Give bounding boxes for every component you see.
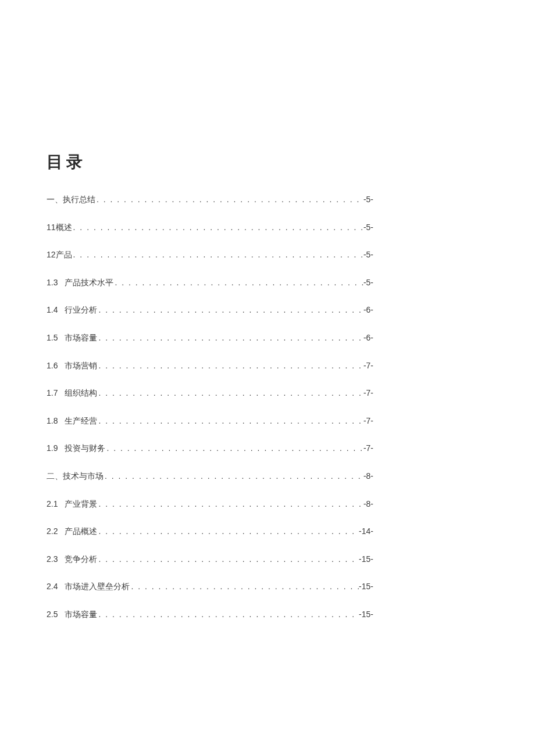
toc-entry-number: 1.8 (47, 415, 65, 427)
toc-entry: 1.4 行业分析 -6- (47, 304, 373, 316)
toc-entry-page: -5- (363, 249, 373, 261)
toc-entry-number: 2.1 (47, 499, 65, 510)
toc-entry-number: 二、 (47, 471, 63, 482)
toc-entry: 1.6 市场营销 -7- (47, 360, 373, 372)
toc-entry-number: 2.4 (47, 581, 65, 593)
toc-entry-number: 1.6 (47, 360, 65, 372)
toc-entry-page: -5- (363, 277, 373, 289)
toc-leader-dots (113, 277, 363, 289)
toc-entry: 2.1 产业背景 -8- (47, 499, 373, 510)
toc-entry-page: -5- (363, 222, 373, 234)
toc-leader-dots (72, 222, 363, 234)
toc-entry-number: 1.3 (47, 277, 65, 289)
toc-entry-page: -5- (363, 194, 373, 206)
toc-entry-page: -7- (363, 443, 373, 454)
toc-leader-dots (105, 443, 363, 454)
toc-entry-page: -6- (363, 332, 373, 344)
toc-entry-number: 11 (47, 222, 56, 234)
toc-entry-page: -8- (363, 499, 373, 510)
toc-leader-dots (97, 304, 363, 316)
toc-entry-label: 产品技术水平 (65, 277, 113, 289)
toc-entry-page: -15- (359, 609, 373, 621)
toc-entry: 2.4 市场进入壁垒分析 -15- (47, 581, 373, 593)
toc-entry-number: 12 (47, 249, 56, 261)
toc-entry-label: 市场容量 (65, 609, 97, 621)
toc-entry-number: 1.9 (47, 443, 65, 454)
toc-leader-dots (97, 526, 359, 538)
toc-entry: 11 概述 -5- (47, 222, 373, 234)
toc-leader-dots (97, 609, 359, 621)
toc-entry: 2.5 市场容量 -15- (47, 609, 373, 621)
toc-entry: 1.7 组织结构 -7- (47, 388, 373, 399)
toc-entry-page: -6- (363, 304, 373, 316)
toc-entry-label: 产品概述 (65, 526, 97, 538)
toc-entry-number: 1.5 (47, 332, 65, 344)
toc-entry-label: 组织结构 (65, 388, 97, 399)
toc-entry: 1.9 投资与财务 -7- (47, 443, 373, 454)
toc-entry-number: 2.5 (47, 609, 65, 621)
toc-entry: 二、 技术与市场 -8- (47, 471, 373, 482)
toc-list: 一、 执行总结 -5- 11 概述 -5- 12 产品 -5- 1.3 产品技术… (47, 194, 373, 621)
toc-entry-number: 1.7 (47, 388, 65, 399)
toc-entry-page: -14- (359, 526, 373, 538)
toc-leader-dots (104, 471, 363, 482)
toc-entry-label: 市场容量 (65, 332, 97, 344)
toc-leader-dots (72, 249, 363, 261)
toc-entry: 2.2 产品概述 -14- (47, 526, 373, 538)
toc-entry-page: -7- (363, 415, 373, 427)
toc-entry-page: -7- (363, 360, 373, 372)
toc-entry: 1.8 生产经营 -7- (47, 415, 373, 427)
toc-leader-dots (97, 554, 359, 565)
toc-leader-dots (130, 581, 359, 593)
toc-entry-label: 竞争分析 (65, 554, 97, 565)
toc-title: 目录 (47, 151, 488, 173)
toc-entry-label: 产品 (56, 249, 72, 261)
toc-entry: 1.5 市场容量 -6- (47, 332, 373, 344)
toc-entry-number: 1.4 (47, 304, 65, 316)
toc-entry-label: 市场进入壁垒分析 (65, 581, 130, 593)
toc-leader-dots (97, 499, 363, 510)
toc-entry-number: 一、 (47, 194, 63, 206)
toc-entry-page: -15- (359, 554, 373, 565)
toc-entry: 2.3 竞争分析 -15- (47, 554, 373, 565)
toc-leader-dots (97, 415, 363, 427)
toc-entry-number: 2.2 (47, 526, 65, 538)
toc-leader-dots (97, 332, 363, 344)
toc-entry-label: 执行总结 (63, 194, 95, 206)
toc-entry: 12 产品 -5- (47, 249, 373, 261)
toc-entry-page: -7- (363, 388, 373, 399)
toc-entry: 一、 执行总结 -5- (47, 194, 373, 206)
toc-leader-dots (95, 194, 363, 206)
toc-entry-label: 行业分析 (65, 304, 97, 316)
toc-entry-number: 2.3 (47, 554, 65, 565)
toc-leader-dots (97, 360, 363, 372)
toc-entry-page: -8- (363, 471, 373, 482)
toc-entry-page: -15- (359, 581, 373, 593)
toc-entry-label: 市场营销 (65, 360, 97, 372)
toc-entry-label: 概述 (56, 222, 72, 234)
toc-entry-label: 生产经营 (65, 415, 97, 427)
toc-entry-label: 投资与财务 (65, 443, 105, 454)
toc-entry: 1.3 产品技术水平 -5- (47, 277, 373, 289)
toc-leader-dots (97, 388, 363, 399)
toc-entry-label: 技术与市场 (63, 471, 104, 482)
toc-entry-label: 产业背景 (65, 499, 97, 510)
